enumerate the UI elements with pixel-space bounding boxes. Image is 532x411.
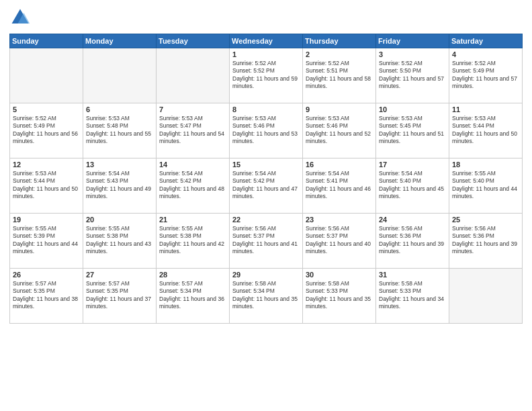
cell-info: Sunrise: 5:58 AMSunset: 5:34 PMDaylight:… bbox=[232, 280, 300, 311]
calendar-week-1: 1Sunrise: 5:52 AMSunset: 5:52 PMDaylight… bbox=[10, 48, 523, 103]
calendar-cell: 31Sunrise: 5:58 AMSunset: 5:33 PMDayligh… bbox=[376, 269, 449, 324]
day-number: 18 bbox=[452, 161, 519, 169]
calendar-cell: 7Sunrise: 5:53 AMSunset: 5:47 PMDaylight… bbox=[157, 103, 230, 158]
day-number: 17 bbox=[379, 161, 446, 169]
day-number: 12 bbox=[13, 161, 80, 169]
day-number: 13 bbox=[86, 161, 153, 169]
day-number: 1 bbox=[232, 50, 300, 58]
day-number: 27 bbox=[86, 271, 153, 279]
cell-info: Sunrise: 5:54 AMSunset: 5:40 PMDaylight:… bbox=[379, 170, 446, 201]
day-number: 15 bbox=[232, 161, 300, 169]
cell-info: Sunrise: 5:55 AMSunset: 5:39 PMDaylight:… bbox=[13, 225, 80, 256]
cell-info: Sunrise: 5:56 AMSunset: 5:36 PMDaylight:… bbox=[379, 225, 446, 256]
day-number: 7 bbox=[159, 105, 226, 113]
day-number: 29 bbox=[232, 271, 300, 279]
cell-info: Sunrise: 5:55 AMSunset: 5:38 PMDaylight:… bbox=[159, 225, 226, 256]
cell-info: Sunrise: 5:53 AMSunset: 5:45 PMDaylight:… bbox=[379, 115, 446, 146]
day-number: 8 bbox=[232, 105, 300, 113]
day-number: 9 bbox=[306, 105, 373, 113]
logo bbox=[9, 7, 34, 28]
calendar-cell: 8Sunrise: 5:53 AMSunset: 5:46 PMDaylight… bbox=[230, 103, 303, 158]
day-number: 26 bbox=[13, 271, 80, 279]
calendar-cell: 9Sunrise: 5:53 AMSunset: 5:46 PMDaylight… bbox=[303, 103, 376, 158]
calendar-table: SundayMondayTuesdayWednesdayThursdayFrid… bbox=[9, 34, 523, 324]
day-number: 24 bbox=[379, 216, 446, 224]
day-number: 10 bbox=[379, 105, 446, 113]
cell-info: Sunrise: 5:57 AMSunset: 5:35 PMDaylight:… bbox=[13, 280, 80, 311]
day-number: 6 bbox=[86, 105, 153, 113]
cell-info: Sunrise: 5:53 AMSunset: 5:46 PMDaylight:… bbox=[306, 115, 373, 146]
cell-info: Sunrise: 5:53 AMSunset: 5:44 PMDaylight:… bbox=[13, 170, 80, 201]
day-number: 30 bbox=[306, 271, 373, 279]
weekday-header-saturday: Saturday bbox=[449, 34, 523, 48]
cell-info: Sunrise: 5:54 AMSunset: 5:42 PMDaylight:… bbox=[232, 170, 300, 201]
calendar-cell: 17Sunrise: 5:54 AMSunset: 5:40 PMDayligh… bbox=[376, 158, 449, 214]
weekday-header-friday: Friday bbox=[376, 34, 449, 48]
day-number: 5 bbox=[13, 105, 80, 113]
calendar-cell: 25Sunrise: 5:56 AMSunset: 5:36 PMDayligh… bbox=[449, 214, 523, 269]
calendar-cell: 26Sunrise: 5:57 AMSunset: 5:35 PMDayligh… bbox=[10, 269, 83, 324]
weekday-header-monday: Monday bbox=[83, 34, 157, 48]
calendar-week-4: 19Sunrise: 5:55 AMSunset: 5:39 PMDayligh… bbox=[10, 214, 523, 269]
cell-info: Sunrise: 5:53 AMSunset: 5:46 PMDaylight:… bbox=[232, 115, 300, 146]
calendar-cell: 30Sunrise: 5:58 AMSunset: 5:33 PMDayligh… bbox=[303, 269, 376, 324]
calendar-week-5: 26Sunrise: 5:57 AMSunset: 5:35 PMDayligh… bbox=[10, 269, 523, 324]
day-number: 23 bbox=[306, 216, 373, 224]
day-number: 14 bbox=[159, 161, 226, 169]
calendar-cell: 11Sunrise: 5:53 AMSunset: 5:44 PMDayligh… bbox=[449, 103, 523, 158]
day-number: 20 bbox=[86, 216, 153, 224]
weekday-header-sunday: Sunday bbox=[10, 34, 83, 48]
calendar-cell bbox=[10, 48, 83, 103]
cell-info: Sunrise: 5:58 AMSunset: 5:33 PMDaylight:… bbox=[306, 280, 373, 311]
calendar-cell bbox=[83, 48, 157, 103]
calendar-cell: 21Sunrise: 5:55 AMSunset: 5:38 PMDayligh… bbox=[157, 214, 230, 269]
calendar-cell: 29Sunrise: 5:58 AMSunset: 5:34 PMDayligh… bbox=[230, 269, 303, 324]
calendar-cell: 6Sunrise: 5:53 AMSunset: 5:48 PMDaylight… bbox=[83, 103, 157, 158]
day-number: 22 bbox=[232, 216, 300, 224]
calendar-cell: 23Sunrise: 5:56 AMSunset: 5:37 PMDayligh… bbox=[303, 214, 376, 269]
cell-info: Sunrise: 5:56 AMSunset: 5:37 PMDaylight:… bbox=[306, 225, 373, 256]
cell-info: Sunrise: 5:53 AMSunset: 5:48 PMDaylight:… bbox=[86, 115, 153, 146]
calendar-cell: 22Sunrise: 5:56 AMSunset: 5:37 PMDayligh… bbox=[230, 214, 303, 269]
header bbox=[9, 7, 523, 28]
day-number: 21 bbox=[159, 216, 226, 224]
calendar-cell: 27Sunrise: 5:57 AMSunset: 5:35 PMDayligh… bbox=[83, 269, 157, 324]
calendar-cell: 24Sunrise: 5:56 AMSunset: 5:36 PMDayligh… bbox=[376, 214, 449, 269]
cell-info: Sunrise: 5:52 AMSunset: 5:49 PMDaylight:… bbox=[452, 60, 519, 91]
day-number: 28 bbox=[159, 271, 226, 279]
logo-icon bbox=[9, 7, 31, 28]
calendar-cell: 1Sunrise: 5:52 AMSunset: 5:52 PMDaylight… bbox=[230, 48, 303, 103]
calendar-cell: 12Sunrise: 5:53 AMSunset: 5:44 PMDayligh… bbox=[10, 158, 83, 214]
cell-info: Sunrise: 5:52 AMSunset: 5:50 PMDaylight:… bbox=[379, 60, 446, 91]
cell-info: Sunrise: 5:52 AMSunset: 5:51 PMDaylight:… bbox=[306, 60, 373, 91]
weekday-header-tuesday: Tuesday bbox=[157, 34, 230, 48]
day-number: 4 bbox=[452, 50, 519, 58]
cell-info: Sunrise: 5:52 AMSunset: 5:52 PMDaylight:… bbox=[232, 60, 300, 91]
calendar-cell: 16Sunrise: 5:54 AMSunset: 5:41 PMDayligh… bbox=[303, 158, 376, 214]
calendar-cell: 5Sunrise: 5:52 AMSunset: 5:49 PMDaylight… bbox=[10, 103, 83, 158]
cell-info: Sunrise: 5:54 AMSunset: 5:42 PMDaylight:… bbox=[159, 170, 226, 201]
calendar-cell: 14Sunrise: 5:54 AMSunset: 5:42 PMDayligh… bbox=[157, 158, 230, 214]
calendar-cell: 13Sunrise: 5:54 AMSunset: 5:43 PMDayligh… bbox=[83, 158, 157, 214]
calendar-cell: 19Sunrise: 5:55 AMSunset: 5:39 PMDayligh… bbox=[10, 214, 83, 269]
cell-info: Sunrise: 5:57 AMSunset: 5:34 PMDaylight:… bbox=[159, 280, 226, 311]
calendar-cell: 18Sunrise: 5:55 AMSunset: 5:40 PMDayligh… bbox=[449, 158, 523, 214]
day-number: 2 bbox=[306, 50, 373, 58]
cell-info: Sunrise: 5:55 AMSunset: 5:38 PMDaylight:… bbox=[86, 225, 153, 256]
day-number: 31 bbox=[379, 271, 446, 279]
calendar-cell: 15Sunrise: 5:54 AMSunset: 5:42 PMDayligh… bbox=[230, 158, 303, 214]
day-number: 19 bbox=[13, 216, 80, 224]
cell-info: Sunrise: 5:53 AMSunset: 5:44 PMDaylight:… bbox=[452, 115, 519, 146]
cell-info: Sunrise: 5:53 AMSunset: 5:47 PMDaylight:… bbox=[159, 115, 226, 146]
cell-info: Sunrise: 5:54 AMSunset: 5:43 PMDaylight:… bbox=[86, 170, 153, 201]
cell-info: Sunrise: 5:56 AMSunset: 5:37 PMDaylight:… bbox=[232, 225, 300, 256]
weekday-header-row: SundayMondayTuesdayWednesdayThursdayFrid… bbox=[10, 34, 523, 48]
weekday-header-wednesday: Wednesday bbox=[230, 34, 303, 48]
cell-info: Sunrise: 5:52 AMSunset: 5:49 PMDaylight:… bbox=[13, 115, 80, 146]
calendar-cell: 4Sunrise: 5:52 AMSunset: 5:49 PMDaylight… bbox=[449, 48, 523, 103]
day-number: 3 bbox=[379, 50, 446, 58]
calendar-cell bbox=[157, 48, 230, 103]
cell-info: Sunrise: 5:58 AMSunset: 5:33 PMDaylight:… bbox=[379, 280, 446, 311]
calendar-cell bbox=[449, 269, 523, 324]
calendar-cell: 10Sunrise: 5:53 AMSunset: 5:45 PMDayligh… bbox=[376, 103, 449, 158]
